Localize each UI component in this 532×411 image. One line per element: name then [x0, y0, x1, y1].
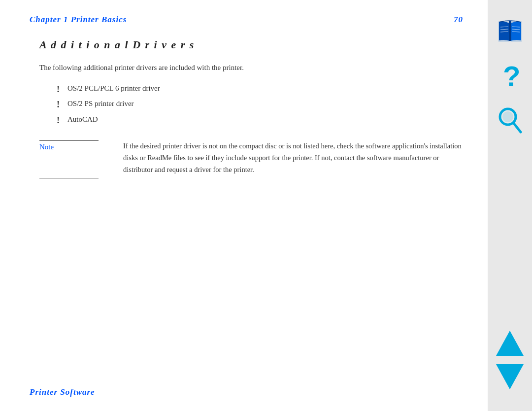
arrow-up-button[interactable]	[494, 328, 526, 358]
list-item: ! AutoCAD	[57, 115, 463, 126]
footer-text: Printer Software	[30, 387, 95, 397]
bullet-list: ! OS/2 PCL/PCL 6 printer driver ! OS/2 P…	[57, 84, 463, 126]
list-item: ! OS/2 PS printer driver	[57, 100, 463, 110]
bullet-mark: !	[57, 115, 62, 126]
svg-marker-13	[496, 331, 524, 356]
note-text: If the desired printer driver is not on …	[123, 140, 463, 176]
search-icon[interactable]	[490, 101, 530, 140]
sidebar: ?	[488, 0, 532, 411]
page-number: 70	[454, 15, 463, 25]
note-line-bottom	[39, 178, 99, 178]
page-footer: Printer Software	[30, 387, 95, 397]
question-icon[interactable]: ?	[490, 57, 530, 96]
note-section: Note If the desired printer driver is no…	[39, 140, 463, 178]
svg-point-12	[502, 111, 513, 122]
svg-marker-14	[496, 364, 524, 389]
note-line-top	[39, 140, 99, 141]
intro-paragraph: The following additional printer drivers…	[39, 62, 463, 73]
bullet-mark: !	[57, 100, 62, 110]
list-item-text: OS/2 PCL/PCL 6 printer driver	[67, 84, 160, 93]
sidebar-nav	[494, 328, 526, 391]
section-title: A d d i t i o n a l D r i v e r s	[39, 38, 463, 51]
book-icon[interactable]	[490, 12, 530, 52]
list-item: ! OS/2 PCL/PCL 6 printer driver	[57, 84, 463, 95]
arrow-down-button[interactable]	[494, 362, 526, 391]
page-header: Chapter 1 Printer Basics 70	[30, 15, 463, 25]
svg-rect-2	[509, 21, 511, 41]
note-label-col: Note	[39, 140, 123, 178]
chapter-label: Chapter 1 Printer Basics	[30, 15, 127, 25]
page: Chapter 1 Printer Basics 70 A d d i t i …	[0, 0, 532, 411]
svg-text:?: ?	[503, 61, 520, 92]
content-area: Chapter 1 Printer Basics 70 A d d i t i …	[0, 0, 488, 411]
svg-line-11	[513, 123, 521, 132]
list-item-text: OS/2 PS printer driver	[67, 100, 134, 108]
note-label: Note	[39, 143, 54, 151]
list-item-text: AutoCAD	[67, 115, 98, 124]
bullet-mark: !	[57, 84, 62, 95]
